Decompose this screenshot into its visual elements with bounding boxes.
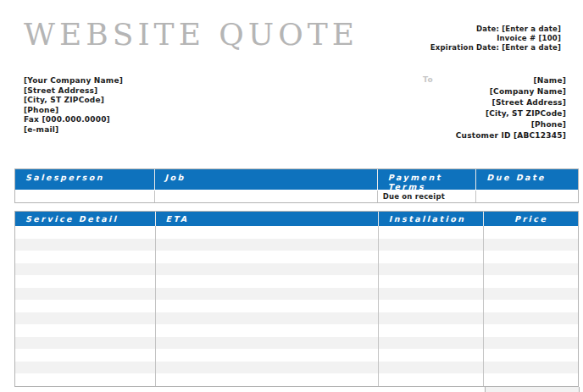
service-cell[interactable] [484,263,578,276]
recipient-city-line[interactable]: [City, ST ZIPCode] [456,108,566,119]
service-cell[interactable] [484,337,578,350]
service-cell[interactable] [15,362,156,374]
service-row [15,226,578,239]
service-cell[interactable] [156,288,379,301]
service-cell[interactable] [379,312,485,325]
company-address-block: [Your Company Name] [Street Address] [Ci… [24,76,123,135]
recipient-street-line[interactable]: [Street Address] [456,97,566,108]
job-cell[interactable] [155,190,378,202]
sales-header-payment-terms: Payment Terms [378,169,477,190]
due-date-cell[interactable] [476,190,578,202]
service-row [15,324,578,337]
recipient-company-line[interactable]: [Company Name] [456,86,566,97]
sales-table-header-row: Salesperson Job Payment Terms Due Date [15,169,578,190]
service-row [15,239,578,251]
service-cell[interactable] [156,263,379,276]
cutoff-total-row-sliver [485,387,580,392]
service-row [15,300,578,312]
sales-info-table: Salesperson Job Payment Terms Due Date D… [14,168,579,203]
service-cell[interactable] [156,239,379,251]
service-cell[interactable] [484,312,578,325]
service-cell[interactable] [379,226,485,239]
company-fax-line[interactable]: Fax [000.000.0000] [24,115,123,125]
company-phone-line[interactable]: [Phone] [24,106,123,116]
service-cell[interactable] [15,288,156,301]
service-cell[interactable] [484,288,578,301]
service-cell[interactable] [379,239,485,251]
service-cell[interactable] [484,239,578,251]
service-cell[interactable] [15,239,156,251]
service-cell[interactable] [379,263,485,276]
service-row [15,337,578,350]
sales-header-salesperson: Salesperson [15,169,155,190]
date-line[interactable]: Date: [Enter a date] [430,25,561,34]
company-city-line[interactable]: [City, ST ZIPCode] [24,96,123,106]
quote-document: WEBSITE QUOTE Date: [Enter a date] Invoi… [0,0,583,392]
service-cell[interactable] [379,349,485,362]
recipient-phone-line[interactable]: [Phone] [456,119,566,130]
service-cell[interactable] [484,251,578,263]
expiration-date-line[interactable]: Expiration Date: [Enter a date] [430,43,561,52]
service-cell[interactable] [15,373,156,386]
service-cell[interactable] [15,337,156,350]
service-cell[interactable] [379,324,485,337]
service-header-installation: Installation [379,212,485,226]
company-street-line[interactable]: [Street Address] [24,86,123,97]
service-row [15,288,578,301]
service-cell[interactable] [156,275,379,288]
service-cell[interactable] [379,362,485,374]
service-cell[interactable] [156,373,379,386]
service-row [15,349,578,362]
service-cell[interactable] [15,251,156,263]
salesperson-cell[interactable] [15,190,155,202]
service-cell[interactable] [15,312,156,325]
service-cell[interactable] [484,349,578,362]
service-cell[interactable] [379,288,485,301]
sales-header-job: Job [155,169,378,190]
service-header-service-detail: Service Detail [15,212,156,226]
service-cell[interactable] [156,362,379,374]
to-label: To [423,75,433,84]
service-cell[interactable] [156,324,379,337]
service-cell[interactable] [15,324,156,337]
payment-terms-cell[interactable]: Due on receipt [378,190,477,202]
service-cell[interactable] [156,226,379,239]
sales-header-due-date: Due Date [476,169,578,190]
company-email-line[interactable]: [e-mail] [24,125,123,135]
service-row [15,275,578,288]
service-cell[interactable] [15,300,156,312]
service-row [15,373,578,386]
service-cell[interactable] [484,226,578,239]
service-cell[interactable] [15,349,156,362]
service-cell[interactable] [484,362,578,374]
service-detail-table: Service Detail ETA Installation Price [14,211,579,387]
service-table-body [15,226,578,386]
service-row [15,263,578,276]
service-cell[interactable] [15,226,156,239]
service-cell[interactable] [156,300,379,312]
service-cell[interactable] [379,373,485,386]
invoice-meta-block: Date: [Enter a date] Invoice # [100] Exp… [430,25,561,52]
service-header-eta: ETA [156,212,379,226]
service-cell[interactable] [379,300,485,312]
service-cell[interactable] [156,312,379,325]
service-cell[interactable] [156,349,379,362]
service-cell[interactable] [484,373,578,386]
service-cell[interactable] [379,337,485,350]
service-cell[interactable] [15,275,156,288]
service-cell[interactable] [379,275,485,288]
recipient-name-line[interactable]: [Name] [456,75,566,86]
service-cell[interactable] [156,251,379,263]
service-row [15,251,578,263]
customer-id-line[interactable]: Customer ID [ABC12345] [456,130,566,141]
service-cell[interactable] [484,275,578,288]
service-row [15,312,578,325]
service-cell[interactable] [15,263,156,276]
company-name-line[interactable]: [Your Company Name] [24,76,123,86]
invoice-number-line[interactable]: Invoice # [100] [430,34,561,43]
service-cell[interactable] [156,337,379,350]
service-cell[interactable] [379,251,485,263]
service-cell[interactable] [484,300,578,312]
recipient-address-block: [Name] [Company Name] [Street Address] [… [456,75,566,141]
service-cell[interactable] [484,324,578,337]
